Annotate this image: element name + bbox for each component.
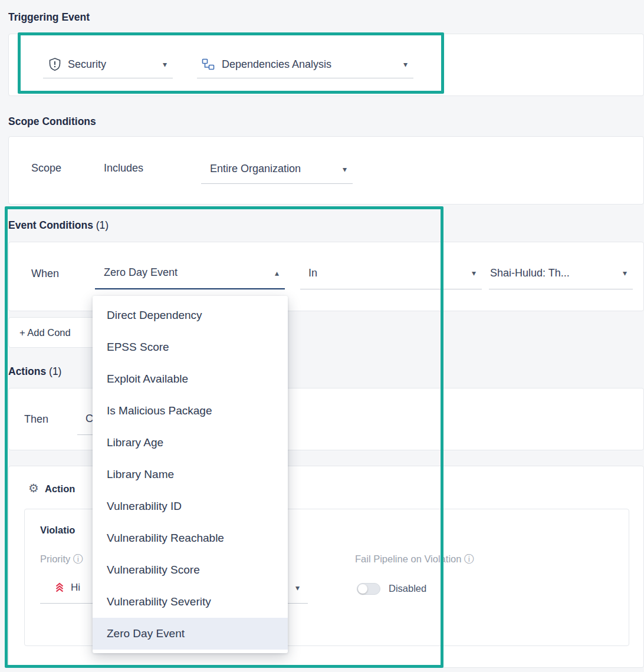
- menu-item-library-name[interactable]: Library Name: [93, 459, 288, 490]
- condition-operator-select[interactable]: In ▾: [300, 257, 482, 289]
- select-value: Security: [68, 58, 106, 71]
- select-value: Entire Organization: [201, 163, 301, 175]
- menu-item-direct-dependency[interactable]: Direct Dependency: [93, 299, 288, 331]
- select-value: Hi: [71, 582, 80, 594]
- menu-item-zero-day-event[interactable]: Zero Day Event: [93, 618, 288, 650]
- shield-icon: [43, 58, 61, 71]
- toggle-state-label: Disabled: [389, 583, 426, 594]
- dependencies-icon: [197, 58, 215, 70]
- select-value: Shai-Hulud: Th...: [489, 267, 570, 279]
- condition-type-dropdown-menu: Direct Dependency EPSS Score Exploit Ava…: [93, 296, 288, 653]
- fail-pipeline-toggle[interactable]: [357, 583, 380, 595]
- menu-item-vulnerability-severity[interactable]: Vulnerability Severity: [93, 586, 288, 618]
- actions-heading: Actions (1): [8, 365, 61, 378]
- priority-label: Priority ⓘ: [40, 553, 83, 566]
- when-label: When: [31, 268, 59, 280]
- chevron-down-icon: ▾: [472, 269, 482, 277]
- menu-item-vulnerability-reachable[interactable]: Vulnerability Reachable: [93, 522, 288, 554]
- chevron-down-icon: ▾: [403, 60, 413, 68]
- select-value: Dependencies Analysis: [222, 58, 331, 71]
- menu-item-vulnerability-id[interactable]: Vulnerability ID: [93, 490, 288, 522]
- action-card-title: Action: [45, 483, 75, 495]
- gear-icon: ⚙: [28, 482, 39, 494]
- analysis-type-select[interactable]: Dependencies Analysis ▾: [197, 51, 413, 78]
- scope-select[interactable]: Entire Organization ▾: [201, 154, 353, 184]
- select-value: Zero Day Event: [95, 266, 178, 279]
- chevron-down-icon: ▾: [295, 584, 308, 592]
- security-category-select[interactable]: Security ▾: [43, 51, 173, 78]
- menu-item-library-age[interactable]: Library Age: [93, 427, 288, 459]
- menu-item-vulnerability-score[interactable]: Vulnerability Score: [93, 554, 288, 586]
- scope-conditions-card: Scope Includes Entire Organization ▾: [8, 136, 644, 205]
- scope-conditions-heading: Scope Conditions: [8, 116, 96, 128]
- select-value: C: [77, 413, 93, 425]
- chevron-down-icon: ▾: [163, 60, 173, 68]
- menu-item-epss-score[interactable]: EPSS Score: [93, 331, 288, 363]
- toggle-knob: [358, 584, 367, 594]
- condition-type-select[interactable]: Zero Day Event ▴: [95, 257, 285, 289]
- condition-value-select[interactable]: Shai-Hulud: Th... ▾: [489, 257, 633, 289]
- high-severity-icon: [40, 582, 65, 593]
- chevron-up-icon: ▴: [275, 269, 285, 277]
- scope-row-label: Scope: [31, 162, 61, 174]
- chevron-down-icon: ▾: [343, 165, 353, 173]
- event-conditions-heading: Event Conditions (1): [8, 219, 109, 232]
- menu-item-is-malicious-package[interactable]: Is Malicious Package: [93, 395, 288, 427]
- fail-pipeline-label: Fail Pipeline on Violation ⓘ: [355, 553, 474, 566]
- violation-card-title: Violatio: [40, 525, 75, 536]
- then-label: Then: [24, 413, 48, 426]
- policy-editor: Triggering Event Security ▾ Dependencies…: [0, 0, 644, 672]
- menu-item-exploit-available[interactable]: Exploit Available: [93, 363, 288, 395]
- chevron-down-icon: ▾: [623, 269, 633, 277]
- triggering-event-card: Security ▾ Dependencies Analysis ▾: [8, 34, 644, 96]
- select-value: In: [300, 267, 317, 279]
- scope-operator-label: Includes: [104, 162, 143, 174]
- triggering-event-heading: Triggering Event: [8, 11, 90, 24]
